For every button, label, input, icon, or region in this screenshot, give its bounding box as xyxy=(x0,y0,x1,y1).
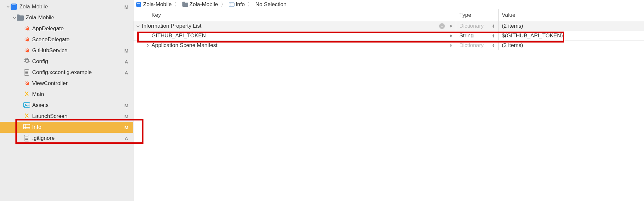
tree-file-launchscreen[interactable]: LaunchScreenM xyxy=(0,111,133,122)
chevron-down-icon[interactable] xyxy=(12,16,17,19)
tree-label: Zola-Mobile xyxy=(26,14,124,21)
plist-key: GITHUB_API_TOKEN xyxy=(152,33,206,39)
breadcrumb-item[interactable]: Info xyxy=(236,1,245,8)
scm-status: M xyxy=(124,4,133,10)
stepper-icon[interactable]: ▴▾ xyxy=(491,34,496,37)
column-header-type[interactable]: Type xyxy=(456,9,499,21)
plist-value-cell[interactable]: (2 items) xyxy=(499,21,644,31)
tree-label: ViewController xyxy=(32,80,124,87)
folder-icon xyxy=(17,14,24,21)
plist-row[interactable]: Application Scene Manifest▴▾Dictionary▴▾… xyxy=(133,41,644,50)
tree-label: Main xyxy=(32,91,124,98)
plus-icon[interactable]: + xyxy=(439,23,445,29)
tree-label: Zola-Mobile xyxy=(19,4,124,10)
assets-icon xyxy=(23,102,30,109)
plist-type-cell[interactable]: Dictionary▴▾ xyxy=(456,21,499,31)
file-navigator: Zola-Mobile M Zola-Mobile AppDelegateSce… xyxy=(0,0,133,201)
chevron-right-icon: 〉 xyxy=(247,1,253,8)
column-header-value[interactable]: Value xyxy=(499,9,644,21)
tree-file-assets[interactable]: AssetsM xyxy=(0,100,133,111)
tree-file-scenedelegate[interactable]: SceneDelegate xyxy=(0,34,133,45)
plist-type: String xyxy=(459,33,474,39)
tree-file-info[interactable]: InfoM xyxy=(0,122,133,133)
plist-value: (2 items) xyxy=(502,42,523,49)
tree-label: GitHubService xyxy=(32,47,124,54)
tree-file-main[interactable]: Main xyxy=(0,89,133,100)
plist-type-cell[interactable]: Dictionary▴▾ xyxy=(456,41,499,50)
chevron-right-icon: 〉 xyxy=(174,1,180,8)
tree-label: AppDelegate xyxy=(32,25,124,32)
tree-label: Config xyxy=(32,58,124,65)
tree-file-viewcontroller[interactable]: ViewController xyxy=(0,78,133,89)
scm-status: M xyxy=(124,125,133,130)
doc-icon xyxy=(23,69,30,76)
chevron-right-icon: 〉 xyxy=(221,1,226,8)
scm-status: M xyxy=(124,48,133,53)
tree-file-config[interactable]: ConfigA xyxy=(0,56,133,67)
plist-value-cell[interactable]: $(GITHUB_API_TOKEN) xyxy=(499,31,644,40)
swift-icon xyxy=(23,25,30,32)
storyboard-icon xyxy=(23,91,30,98)
stepper-icon[interactable]: ▴▾ xyxy=(491,24,496,28)
tree-label: LaunchScreen xyxy=(32,113,124,120)
plist-value: $(GITHUB_API_TOKEN) xyxy=(502,33,563,39)
scm-status: A xyxy=(124,136,133,141)
swift-icon xyxy=(23,47,30,54)
tree-group[interactable]: Zola-Mobile xyxy=(0,12,133,23)
tree-label: Assets xyxy=(32,102,124,109)
stepper-icon[interactable]: ▴▾ xyxy=(491,43,496,47)
folder-icon xyxy=(182,2,188,7)
breadcrumb-item[interactable]: Zola-Mobile xyxy=(189,1,218,8)
tree-label: .gitignore xyxy=(32,135,124,141)
plist-header: Key Type Value xyxy=(133,9,644,21)
breadcrumb-item[interactable]: Zola-Mobile xyxy=(143,1,172,8)
app-icon xyxy=(136,2,142,7)
tree-file-config-xcconfig-example[interactable]: Config.xcconfig.exampleA xyxy=(0,67,133,78)
svg-rect-2 xyxy=(23,124,30,129)
plist-row[interactable]: GITHUB_API_TOKEN▴▾String▴▾$(GITHUB_API_T… xyxy=(133,31,644,41)
scm-status: M xyxy=(124,103,133,108)
storyboard-icon xyxy=(23,113,30,120)
chevron-down-icon[interactable] xyxy=(6,5,10,8)
chevron-right-icon[interactable] xyxy=(145,44,150,47)
plist-icon xyxy=(229,2,235,7)
stepper-icon[interactable]: ▴▾ xyxy=(448,34,454,37)
plist-value-cell[interactable]: (2 items) xyxy=(499,41,644,50)
plist-row[interactable]: Information Property List+▴▾Dictionary▴▾… xyxy=(133,21,644,31)
svg-rect-6 xyxy=(229,3,234,6)
breadcrumb-item[interactable]: No Selection xyxy=(255,1,286,8)
tree-file-githubservice[interactable]: GitHubServiceM xyxy=(0,45,133,56)
plist-type: Dictionary xyxy=(459,42,484,49)
stepper-icon[interactable]: ▴▾ xyxy=(448,43,454,47)
editor-area: Zola-Mobile 〉 Zola-Mobile 〉 Info 〉 No Se… xyxy=(133,0,644,201)
column-header-key[interactable]: Key xyxy=(133,9,456,21)
scm-status: A xyxy=(124,70,133,75)
tree-file--gitignore[interactable]: .gitignoreA xyxy=(0,133,133,144)
tree-label: Config.xcconfig.example xyxy=(32,69,124,76)
swift-icon xyxy=(23,80,30,87)
scm-status: M xyxy=(124,114,133,119)
gear-icon xyxy=(23,58,30,65)
app-icon xyxy=(10,3,17,10)
tree-label: SceneDelegate xyxy=(32,36,124,43)
plist-key-cell[interactable]: Application Scene Manifest▴▾ xyxy=(133,41,456,50)
plist-type: Dictionary xyxy=(459,23,484,29)
plist-key-cell[interactable]: Information Property List+▴▾ xyxy=(133,21,456,31)
plist-key: Information Property List xyxy=(142,23,201,29)
plist-key-cell[interactable]: GITHUB_API_TOKEN▴▾ xyxy=(133,31,456,40)
tree-label: Info xyxy=(32,124,124,130)
stepper-icon[interactable]: ▴▾ xyxy=(448,24,454,28)
plist-type-cell[interactable]: String▴▾ xyxy=(456,31,499,40)
plist-key: Application Scene Manifest xyxy=(152,42,217,49)
plist-icon xyxy=(23,124,30,131)
scm-status: A xyxy=(124,59,133,64)
doc-icon xyxy=(23,135,30,142)
tree-project-root[interactable]: Zola-Mobile M xyxy=(0,1,133,12)
swift-icon xyxy=(23,36,30,43)
tree-file-appdelegate[interactable]: AppDelegate xyxy=(0,23,133,34)
plist-value: (2 items) xyxy=(502,23,523,29)
chevron-down-icon[interactable] xyxy=(135,24,141,28)
breadcrumb: Zola-Mobile 〉 Zola-Mobile 〉 Info 〉 No Se… xyxy=(133,0,644,9)
